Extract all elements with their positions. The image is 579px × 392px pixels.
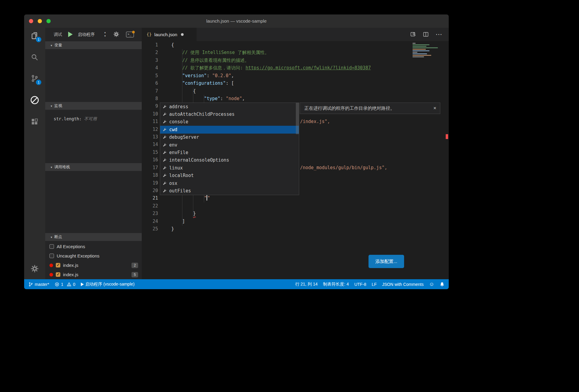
line-number[interactable]: 19 [142,179,158,187]
line-number[interactable]: 6 [142,80,158,87]
checkbox-unchecked[interactable] [49,254,54,258]
encoding-indicator[interactable]: UTF-8 [354,282,366,287]
language-mode[interactable]: JSON with Comments [382,282,424,287]
code-line[interactable]: 21 "" [142,194,449,202]
suggest-scrollbar[interactable] [296,103,299,134]
breakpoint-index-js-1[interactable]: index.js 2 [45,261,142,270]
section-label: 变量 [54,43,62,47]
title-bar[interactable]: launch.json — vscode-sample [24,14,449,28]
line-number[interactable]: 23 [142,210,158,217]
line-number[interactable]: 1 [142,41,158,49]
line-number[interactable]: 12 [142,126,158,133]
section-label: 调用堆栈 [54,165,70,169]
launch-indicator[interactable]: 启动程序 (vscode-sample) [81,282,134,287]
checkbox-unchecked[interactable] [49,244,54,249]
line-number[interactable]: 22 [142,202,158,210]
suggest-widget[interactable]: addressautoAttachChildProcessesconsolecw… [160,103,299,195]
code-line[interactable]: 22 [142,202,449,210]
start-debug-button[interactable] [68,32,73,37]
minimap[interactable] [413,43,441,64]
suggestion-internalConsoleOptions[interactable]: internalConsoleOptions [160,156,299,164]
feedback-smiley-icon[interactable]: ☺ [429,281,434,287]
configure-gear-button[interactable] [113,31,119,38]
line-number[interactable]: 25 [142,225,158,233]
section-breakpoints[interactable]: 断点 [45,233,142,241]
line-number[interactable]: 15 [142,149,158,156]
line-number[interactable]: 8 [142,95,158,103]
code-line[interactable]: 5 "version": "0.2.0", [142,72,449,80]
settings-button[interactable] [24,261,45,276]
error-count: 1 [61,282,63,287]
line-number[interactable]: 5 [142,72,158,80]
section-variables[interactable]: 变量 [45,41,142,49]
line-number[interactable]: 11 [142,118,158,125]
line-number[interactable]: 18 [142,172,158,179]
code-line[interactable]: 4 // 欲了解更多信息，请访问: https://go.microsoft.c… [142,64,449,72]
tab-size-indicator[interactable]: 制表符长度: 4 [323,282,349,287]
launch-config-select[interactable]: 启动程序 [78,28,95,41]
line-number[interactable]: 3 [142,57,158,64]
code-line[interactable]: 7 { [142,87,449,95]
more-actions-icon[interactable]: ⋯ [435,28,442,41]
code-line[interactable]: 1{ [142,41,449,49]
line-number[interactable]: 17 [142,164,158,172]
line-number[interactable]: 4 [142,64,158,72]
line-number[interactable]: 16 [142,156,158,164]
sidebar-item-search[interactable] [24,50,45,65]
suggestion-osx[interactable]: osx [160,179,299,187]
suggestion-autoAttachChildProcesses[interactable]: autoAttachChildProcesses [160,110,299,118]
line-number[interactable]: 7 [142,87,158,95]
suggestion-debugServer[interactable]: debugServer [160,134,299,141]
eol-indicator[interactable]: LF [372,282,377,287]
suggestion-cwd[interactable]: cwd [160,126,299,133]
breakpoint-index-js-2[interactable]: index.js 5 [45,270,142,279]
breakpoint-uncaught-exceptions[interactable]: Uncaught Exceptions [45,251,142,261]
suggestion-linux[interactable]: linux [160,164,299,172]
code-line[interactable]: 2 // 使用 IntelliSense 了解相关属性。 [142,49,449,56]
suggestion-env[interactable]: env [160,141,299,149]
line-number[interactable]: 21 [142,194,158,202]
code-line[interactable]: 8 "type": "node", [142,95,449,103]
line-number[interactable]: 20 [142,187,158,194]
suggestion-address[interactable]: address [160,103,299,110]
section-watch[interactable]: 监视 [45,102,142,110]
line-number[interactable]: 10 [142,110,158,118]
section-call-stack[interactable]: 调用堆栈 [45,163,142,171]
notifications-bell-icon[interactable] [440,282,445,287]
suggestion-envFile[interactable]: envFile [160,149,299,156]
code-line[interactable]: 23 } [142,210,449,217]
suggestion-console[interactable]: console [160,118,299,126]
suggestion-outFiles[interactable]: outFiles [160,187,299,194]
cursor-position[interactable]: 行 21, 列 14 [295,282,318,287]
debug-console-icon[interactable]: >_ [126,32,134,37]
add-configuration-button[interactable]: 添加配置... [369,255,404,268]
line-number[interactable]: 2 [142,49,158,56]
suggestion-label: debugServer [169,134,199,140]
branch-indicator[interactable]: master* [28,282,49,287]
close-icon[interactable]: × [433,103,436,114]
line-number[interactable]: 14 [142,141,158,148]
select-arrows-icon[interactable] [104,30,106,38]
sidebar-item-debug[interactable] [24,93,45,107]
line-number[interactable]: 13 [142,133,158,141]
code-line[interactable]: 3 // 悬停以查看现有属性的描述。 [142,57,449,64]
sidebar-item-source-control[interactable]: 1 [24,71,45,86]
line-number[interactable]: 9 [142,103,158,110]
code-line[interactable]: 24 ] [142,218,449,225]
checkbox-checked[interactable] [56,263,60,267]
split-editor-icon[interactable] [423,31,429,37]
suggestion-localRoot[interactable]: localRoot [160,172,299,179]
wrench-icon [163,120,167,124]
modified-dot-icon[interactable] [181,33,184,36]
problems-indicator[interactable]: 1 0 [55,282,75,287]
watch-expression-row[interactable]: str.length:不可用 [45,115,142,123]
code-line[interactable]: 6 "configurations": [ [142,80,449,87]
open-preview-icon[interactable] [410,31,416,37]
sidebar-item-extensions[interactable] [24,115,45,129]
breakpoint-all-exceptions[interactable]: All Exceptions [45,242,142,251]
sidebar-item-explorer[interactable]: 1 [24,28,45,43]
tab-launch-json[interactable]: {} launch.json [142,28,197,41]
code-line[interactable]: 25} [142,225,449,233]
line-number[interactable]: 24 [142,218,158,225]
checkbox-checked[interactable] [56,272,60,277]
